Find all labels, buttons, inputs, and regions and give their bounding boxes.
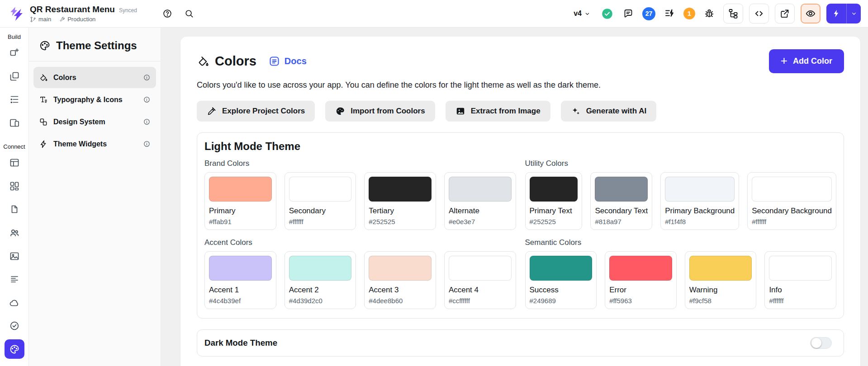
color-swatch[interactable]: [769, 256, 832, 281]
color-swatch-grid: Brand ColorsPrimary#ffab91Secondary#ffff…: [204, 159, 836, 309]
project-info: QR Restaurant Menu Synced main Productio…: [30, 5, 137, 23]
color-card-accent-3[interactable]: Accent 3#4dee8b60: [364, 251, 436, 309]
color-swatch[interactable]: [369, 256, 432, 281]
color-card-primary[interactable]: Primary#ffab91: [204, 172, 276, 230]
color-card-secondary-background[interactable]: Secondary Background#ffffff: [747, 172, 836, 230]
color-name: Info: [769, 286, 832, 295]
color-card-alternate[interactable]: Alternate#e0e3e7: [444, 172, 516, 230]
color-swatch[interactable]: [609, 256, 672, 281]
color-hex: #ff5963: [609, 297, 672, 305]
rail-custom-code[interactable]: [5, 200, 24, 219]
file-icon: [9, 204, 20, 215]
rail-widget-add[interactable]: [5, 43, 24, 63]
color-name: Success: [530, 286, 593, 295]
color-name: Secondary Text: [595, 206, 648, 216]
dark-mode-toggle[interactable]: [810, 337, 832, 349]
run-app-button[interactable]: [826, 4, 861, 23]
rail-storyboard[interactable]: [5, 113, 24, 133]
color-swatch[interactable]: [752, 177, 832, 202]
code-view-button[interactable]: [749, 4, 769, 23]
color-card-accent-2[interactable]: Accent 2#4d39d2c0: [285, 251, 356, 309]
sync-status-icon[interactable]: [600, 7, 614, 21]
rail-users[interactable]: [5, 223, 24, 243]
environment-name[interactable]: Production: [67, 16, 95, 23]
docs-icon: [268, 55, 280, 67]
rail-app-state[interactable]: [5, 270, 24, 289]
color-card-success[interactable]: Success#249689: [525, 251, 597, 309]
color-name: Accent 2: [289, 286, 352, 295]
color-hex: #e0e3e7: [449, 218, 512, 225]
rail-pages[interactable]: [5, 67, 24, 86]
add-color-button[interactable]: + Add Color: [769, 49, 844, 73]
color-card-warning[interactable]: Warning#f9cf58: [685, 251, 757, 309]
import-from-coolors-button[interactable]: Import from Coolors: [325, 101, 435, 122]
color-swatch[interactable]: [689, 256, 752, 281]
info-icon[interactable]: [143, 118, 151, 126]
extract-from-image-button[interactable]: Extract from Image: [446, 101, 550, 122]
color-swatch[interactable]: [209, 177, 272, 202]
info-icon[interactable]: [143, 140, 151, 148]
color-name: Primary Background: [665, 206, 735, 216]
activity-icon[interactable]: [661, 5, 678, 22]
rail-layout[interactable]: [5, 177, 24, 196]
issues-count-badge[interactable]: 27: [642, 7, 655, 20]
explore-project-colors-button[interactable]: Explore Project Colors: [197, 101, 315, 122]
image-icon: [9, 251, 20, 262]
color-group-accent-colors: Accent ColorsAccent 1#4c4b39efAccent 2#4…: [204, 238, 516, 309]
widget-tree-button[interactable]: [723, 4, 743, 23]
color-card-error[interactable]: Error#ff5963: [605, 251, 677, 309]
branch-name[interactable]: main: [38, 16, 51, 23]
info-icon[interactable]: [143, 74, 151, 81]
sidebar-item-typography[interactable]: Typography & Icons: [33, 89, 156, 110]
open-preview-button[interactable]: [775, 4, 795, 23]
color-swatch[interactable]: [530, 177, 578, 202]
docs-link[interactable]: Docs: [268, 55, 307, 67]
color-swatch[interactable]: [289, 177, 352, 202]
help-button[interactable]: [160, 6, 175, 21]
color-hex: #ffab91: [209, 218, 272, 225]
synced-badge: Synced: [119, 7, 137, 14]
rail-media[interactable]: [5, 246, 24, 266]
bug-icon[interactable]: [701, 5, 717, 22]
color-card-primary-background[interactable]: Primary Background#f1f4f8: [660, 172, 739, 230]
comments-icon[interactable]: [620, 5, 636, 22]
color-card-accent-1[interactable]: Accent 1#4c4b39ef: [204, 251, 276, 309]
color-card-accent-4[interactable]: Accent 4#ccffffff: [444, 251, 516, 309]
color-swatch[interactable]: [595, 177, 648, 202]
color-card-secondary[interactable]: Secondary#ffffff: [285, 172, 356, 230]
warnings-count-badge[interactable]: 1: [683, 8, 695, 19]
color-card-secondary-text[interactable]: Secondary Text#818a97: [590, 172, 652, 230]
color-name: Accent 3: [369, 286, 432, 295]
action-label: Import from Coolors: [351, 107, 425, 116]
preview-mode-button[interactable]: [801, 4, 821, 23]
rail-checks[interactable]: [5, 316, 24, 336]
color-card-tertiary[interactable]: Tertiary#252525: [364, 172, 436, 230]
color-card-info[interactable]: Info#ffffff: [764, 251, 836, 309]
generate-with-ai-button[interactable]: Generate with AI: [561, 101, 657, 122]
rail-cloud[interactable]: [5, 293, 24, 312]
sidebar-item-colors[interactable]: Colors: [33, 67, 156, 88]
pages-icon: [9, 71, 20, 82]
search-button[interactable]: [181, 6, 197, 21]
color-card-primary-text[interactable]: Primary Text#252525: [525, 172, 583, 230]
color-swatch[interactable]: [449, 256, 512, 281]
color-swatch[interactable]: [530, 256, 593, 281]
color-swatch[interactable]: [289, 256, 352, 281]
run-options-caret[interactable]: [846, 4, 861, 23]
info-icon[interactable]: [143, 96, 151, 103]
sidebar-item-theme-widgets[interactable]: Theme Widgets: [33, 133, 156, 155]
color-swatch[interactable]: [209, 256, 272, 281]
color-swatch[interactable]: [449, 177, 512, 202]
color-swatch[interactable]: [369, 177, 432, 202]
palette-icon: [39, 40, 51, 52]
app-logo-icon[interactable]: [7, 5, 25, 23]
rail-theme-settings[interactable]: [5, 339, 24, 359]
version-dropdown[interactable]: v4: [570, 6, 594, 21]
theme-settings-header: Theme Settings: [29, 28, 161, 61]
rail-widget-tree[interactable]: [5, 90, 24, 109]
top-bar: QR Restaurant Menu Synced main Productio…: [0, 0, 868, 28]
project-title[interactable]: QR Restaurant Menu: [30, 5, 115, 14]
color-swatch[interactable]: [665, 177, 735, 202]
rail-data-table[interactable]: [5, 153, 24, 173]
sidebar-item-design-system[interactable]: Design System: [33, 111, 156, 132]
